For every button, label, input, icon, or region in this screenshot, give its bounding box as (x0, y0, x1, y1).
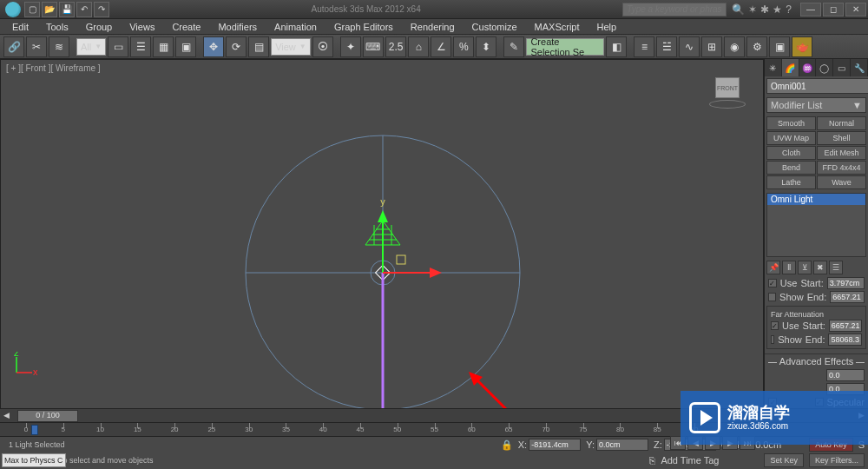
viewcube-ring[interactable] (709, 100, 746, 109)
qat-open-icon[interactable]: 📂 (42, 2, 57, 17)
rect-select-icon[interactable]: ▦ (153, 36, 174, 57)
render-setup-icon[interactable]: ⚙ (746, 36, 767, 57)
edit-named-sel-icon[interactable]: ✎ (503, 36, 524, 57)
selection-filter-dropdown[interactable]: All▼ (76, 38, 106, 56)
curve-editor-icon[interactable]: ∿ (679, 36, 700, 57)
near-start-spinner[interactable]: 3.797cm (827, 277, 865, 289)
menu-views[interactable]: Views (121, 20, 163, 34)
maximize-button[interactable]: ◻ (823, 3, 844, 17)
snap-spinner[interactable]: 2.5 (385, 36, 407, 57)
qat-save-icon[interactable]: 💾 (59, 2, 75, 17)
exchange-icon[interactable]: ✱ (760, 3, 769, 16)
remove-mod-icon[interactable]: ✖ (813, 261, 827, 274)
layers-icon[interactable]: ☱ (656, 36, 677, 57)
menu-group[interactable]: Group (77, 20, 122, 34)
mod-normal[interactable]: Normal (817, 116, 866, 130)
modifier-stack[interactable]: Omni Light (766, 193, 866, 257)
bind-spacewarp-icon[interactable]: ≋ (49, 36, 69, 57)
tab-create-icon[interactable]: ✳ (765, 59, 782, 76)
mod-cloth[interactable]: Cloth (766, 146, 816, 160)
stack-item-omnilight[interactable]: Omni Light (767, 194, 865, 205)
unlink-icon[interactable]: ✂ (26, 36, 47, 57)
menu-edit[interactable]: Edit (3, 20, 37, 34)
menu-maxscript[interactable]: MAXScript (526, 20, 589, 34)
menu-tools[interactable]: Tools (37, 20, 77, 34)
minimize-button[interactable]: — (800, 3, 821, 17)
viewport-front[interactable]: [ + ][ Front ][ Wireframe ] FRONT (0, 59, 764, 424)
time-tag-icon[interactable]: ⎘ (649, 455, 655, 466)
viewport-label[interactable]: [ + ][ Front ][ Wireframe ] (6, 63, 101, 73)
angle-snap-icon[interactable]: ∠ (431, 36, 451, 57)
help-search-input[interactable] (622, 3, 727, 17)
pin-stack-icon[interactable]: 📌 (766, 261, 780, 274)
tab-modify-icon[interactable]: 🌈 (782, 59, 799, 76)
app-icon[interactable] (5, 2, 21, 17)
near-end-spinner[interactable]: 6657.21 (830, 291, 865, 303)
mod-uvwmap[interactable]: UVW Map (766, 131, 816, 145)
percent-snap-icon[interactable]: % (453, 36, 474, 57)
snap-toggle-icon[interactable]: ⌂ (408, 36, 429, 57)
contrast-spinner[interactable]: 0.0 (826, 369, 865, 381)
coord-x-input[interactable] (529, 439, 581, 451)
pivot-icon[interactable]: ⦿ (312, 36, 333, 57)
manipulate-icon[interactable]: ✦ (340, 36, 361, 57)
search-icon[interactable]: 🔍 (732, 3, 745, 16)
menu-animation[interactable]: Animation (266, 20, 326, 34)
render-icon[interactable]: 🫖 (792, 36, 812, 57)
schematic-icon[interactable]: ⊞ (701, 36, 722, 57)
show-end-icon[interactable]: Ⅱ (782, 261, 796, 274)
close-button[interactable]: ✕ (845, 3, 866, 17)
near-use-checkbox[interactable] (768, 279, 777, 287)
mod-bend[interactable]: Bend (766, 161, 816, 175)
mod-lathe[interactable]: Lathe (766, 175, 816, 189)
keyfilters-button[interactable]: Key Filters... (809, 453, 865, 467)
mirror-icon[interactable]: ◧ (606, 36, 627, 57)
menu-create[interactable]: Create (163, 20, 209, 34)
menu-modifiers[interactable]: Modifiers (209, 20, 266, 34)
named-selection-dropdown[interactable]: Create Selection Se (526, 38, 604, 56)
coord-y-input[interactable] (596, 439, 648, 451)
qat-new-icon[interactable]: ▢ (24, 2, 40, 17)
time-marker[interactable] (31, 425, 38, 435)
window-cross-icon[interactable]: ▣ (175, 36, 196, 57)
add-time-tag[interactable]: Add Time Tag (661, 455, 719, 466)
menu-rendering[interactable]: Rendering (402, 20, 464, 34)
modifier-list-dropdown[interactable]: Modifier List▼ (766, 97, 866, 113)
favorite-icon[interactable]: ★ (773, 3, 782, 16)
far-end-spinner[interactable]: 58068.3 (828, 334, 862, 346)
scale-icon[interactable]: ▤ (248, 36, 269, 57)
mod-smooth[interactable]: Smooth (766, 116, 816, 130)
select-name-icon[interactable]: ☰ (130, 36, 151, 57)
select-icon[interactable]: ▭ (108, 36, 128, 57)
time-slider-thumb[interactable]: 0 / 100 (17, 410, 78, 422)
menu-grapheditors[interactable]: Graph Editors (326, 20, 402, 34)
mod-editmesh[interactable]: Edit Mesh (817, 146, 866, 160)
menu-customize[interactable]: Customize (464, 20, 526, 34)
advanced-effects-rollout[interactable]: — Advanced Effects — (765, 353, 868, 368)
tab-utilities-icon[interactable]: 🔧 (851, 59, 868, 76)
render-frame-icon[interactable]: ▣ (769, 36, 790, 57)
far-show-checkbox[interactable] (771, 335, 774, 344)
setkey-button[interactable]: Set Key (764, 453, 804, 467)
rotate-icon[interactable]: ⟳ (226, 36, 247, 57)
near-show-checkbox[interactable] (768, 293, 776, 301)
viewcube-face[interactable]: FRONT (715, 77, 740, 98)
mod-wave[interactable]: Wave (817, 175, 866, 189)
tab-display-icon[interactable]: ▭ (833, 59, 851, 76)
link-icon[interactable]: 🔗 (3, 36, 24, 57)
spinner-snap-icon[interactable]: ⬍ (476, 36, 496, 57)
material-editor-icon[interactable]: ◉ (724, 36, 745, 57)
qat-undo-icon[interactable]: ↶ (76, 2, 92, 17)
align-icon[interactable]: ≡ (634, 36, 654, 57)
qat-redo-icon[interactable]: ↷ (94, 2, 109, 17)
mod-ffd[interactable]: FFD 4x4x4 (817, 161, 866, 175)
viewcube[interactable]: FRONT (706, 77, 749, 112)
tab-hierarchy-icon[interactable]: ♒ (799, 59, 817, 76)
menu-help[interactable]: Help (589, 20, 626, 34)
far-use-checkbox[interactable] (771, 321, 779, 330)
move-icon[interactable]: ✥ (203, 36, 224, 57)
configure-icon[interactable]: ☰ (829, 261, 843, 274)
ref-coord-dropdown[interactable]: View▼ (271, 38, 311, 56)
make-unique-icon[interactable]: ⊻ (798, 261, 812, 274)
object-name-input[interactable] (766, 78, 868, 94)
